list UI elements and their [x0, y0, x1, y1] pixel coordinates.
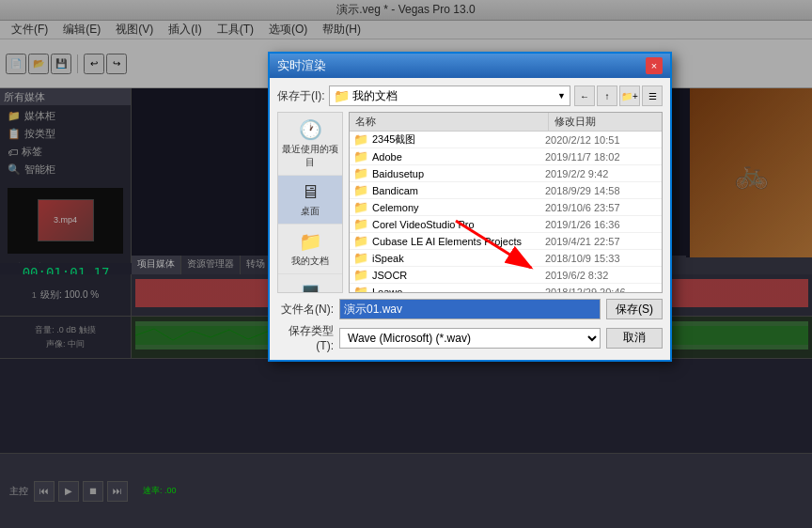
file-folder-icon: 📁 [353, 285, 368, 293]
shortcut-my-docs[interactable]: 📁 我的文档 [278, 225, 342, 274]
dialog-panels: 🕐 最近使用的项目 🖥 桌面 📁 我的文档 💻 计算机 [277, 112, 663, 293]
file-name: Adobe [372, 151, 545, 163]
file-item[interactable]: 📁 Corel VideoStudio Pro 2019/1/26 16:36 [350, 216, 662, 233]
col-name: 名称 [350, 113, 549, 131]
my-docs-icon: 📁 [299, 230, 322, 253]
file-date: 2019/11/7 18:02 [545, 151, 658, 163]
nav-up[interactable]: ↑ [597, 85, 617, 106]
desktop-icon: 🖥 [301, 181, 320, 203]
file-name: Corel VideoStudio Pro [372, 219, 545, 230]
filename-input[interactable] [339, 299, 601, 319]
file-name: Leawo [372, 287, 545, 294]
file-date: 2019/1/26 16:36 [545, 219, 658, 230]
save-location-bar: 保存于(I): 📁 我的文档 ▼ ← ↑ 📁+ ☰ [277, 85, 663, 106]
file-date: 2019/2/2 9:42 [545, 168, 658, 179]
shortcut-recent-label: 最近使用的项目 [280, 143, 340, 169]
file-folder-icon: 📁 [353, 217, 368, 231]
shortcuts-panel: 🕐 最近使用的项目 🖥 桌面 📁 我的文档 💻 计算机 [277, 112, 343, 293]
save-button[interactable]: 保存(S) [606, 299, 663, 319]
save-label: 保存于(I): [277, 88, 325, 104]
file-name: JSOCR [372, 270, 545, 281]
file-date: 2019/10/6 23:57 [545, 202, 658, 213]
file-name: Celemony [372, 202, 545, 213]
file-item[interactable]: 📁 JSOCR 2019/6/2 8:32 [350, 267, 662, 284]
cancel-button[interactable]: 取消 [606, 328, 663, 349]
file-date: 2019/6/2 8:32 [545, 270, 658, 281]
file-item[interactable]: 📁 Adobe 2019/11/7 18:02 [350, 148, 662, 165]
file-item[interactable]: 📁 2345截图 2020/2/12 10:51 [350, 132, 662, 148]
nav-back[interactable]: ← [574, 85, 595, 106]
filename-label: 文件名(N): [277, 302, 334, 318]
filetype-select[interactable]: Wave (Microsoft) (*.wav) [339, 328, 601, 349]
file-item[interactable]: 📁 iSpeak 2018/10/9 15:33 [350, 250, 662, 267]
file-name: iSpeak [372, 253, 545, 264]
file-name: Bandicam [372, 185, 545, 196]
file-folder-icon: 📁 [353, 268, 368, 282]
shortcut-desktop-label: 桌面 [301, 205, 320, 218]
file-item[interactable]: 📁 Bandicam 2018/9/29 14:58 [350, 182, 662, 199]
filetype-label: 保存类型(T): [277, 323, 334, 352]
dialog-close-button[interactable]: × [646, 57, 663, 74]
file-name: 2345截图 [372, 132, 545, 147]
file-folder-icon: 📁 [353, 200, 368, 214]
shortcut-my-docs-label: 我的文档 [291, 255, 329, 268]
dialog-footer: 文件名(N): 保存(S) 保存类型(T): Wave (Microsoft) … [277, 299, 663, 352]
file-date: 2019/4/21 22:57 [545, 236, 658, 247]
file-name: Baidusetup [372, 168, 545, 179]
file-date: 2018/10/9 15:33 [545, 253, 658, 264]
file-folder-icon: 📁 [353, 149, 368, 163]
filetype-row: 保存类型(T): Wave (Microsoft) (*.wav) 取消 [277, 323, 663, 352]
dialog-title-bar: 实时渲染 × [270, 54, 670, 78]
nav-view[interactable]: ☰ [642, 85, 663, 106]
col-date: 修改日期 [549, 113, 662, 131]
nav-new-folder[interactable]: 📁+ [619, 85, 640, 106]
shortcut-desktop[interactable]: 🖥 桌面 [278, 176, 342, 225]
location-dropdown-icon: ▼ [557, 91, 566, 101]
save-dialog: 实时渲染 × 保存于(I): 📁 我的文档 ▼ ← ↑ 📁+ ☰ 🕐 [268, 52, 672, 362]
recent-icon: 🕐 [299, 118, 322, 141]
file-folder-icon: 📁 [353, 234, 368, 248]
location-combo[interactable]: 📁 我的文档 ▼ [329, 85, 570, 106]
file-items-container: 📁 2345截图 2020/2/12 10:51 📁 Adobe 2019/11… [350, 132, 662, 293]
shortcut-recent[interactable]: 🕐 最近使用的项目 [278, 113, 342, 176]
file-folder-icon: 📁 [353, 251, 368, 265]
file-folder-icon: 📁 [353, 166, 368, 180]
nav-buttons: ← ↑ 📁+ ☰ [574, 85, 663, 106]
location-folder-icon: 📁 [334, 88, 350, 103]
location-text: 我的文档 [352, 88, 398, 104]
file-list-panel: 名称 修改日期 📁 2345截图 2020/2/12 10:51 📁 Adobe… [349, 112, 663, 293]
file-date: 2018/9/29 14:58 [545, 185, 658, 196]
file-item[interactable]: 📁 Baidusetup 2019/2/2 9:42 [350, 165, 662, 182]
filename-row: 文件名(N): 保存(S) [277, 299, 663, 319]
dialog-title: 实时渲染 [277, 57, 326, 74]
file-folder-icon: 📁 [353, 132, 368, 147]
file-item[interactable]: 📁 Leawo 2018/12/29 20:46 [350, 284, 662, 293]
file-date: 2018/12/29 20:46 [545, 287, 658, 294]
file-name: Cubase LE AI Elements Projects [372, 236, 545, 247]
file-date: 2020/2/12 10:51 [545, 134, 658, 146]
file-folder-icon: 📁 [353, 183, 368, 197]
file-item[interactable]: 📁 Cubase LE AI Elements Projects 2019/4/… [350, 233, 662, 250]
file-item[interactable]: 📁 Celemony 2019/10/6 23:57 [350, 199, 662, 216]
shortcut-computer[interactable]: 💻 计算机 [278, 274, 342, 293]
dialog-body: 保存于(I): 📁 我的文档 ▼ ← ↑ 📁+ ☰ 🕐 最近使用的项目 [270, 78, 670, 360]
computer-icon: 💻 [299, 280, 322, 293]
file-list-header: 名称 修改日期 [350, 113, 662, 132]
